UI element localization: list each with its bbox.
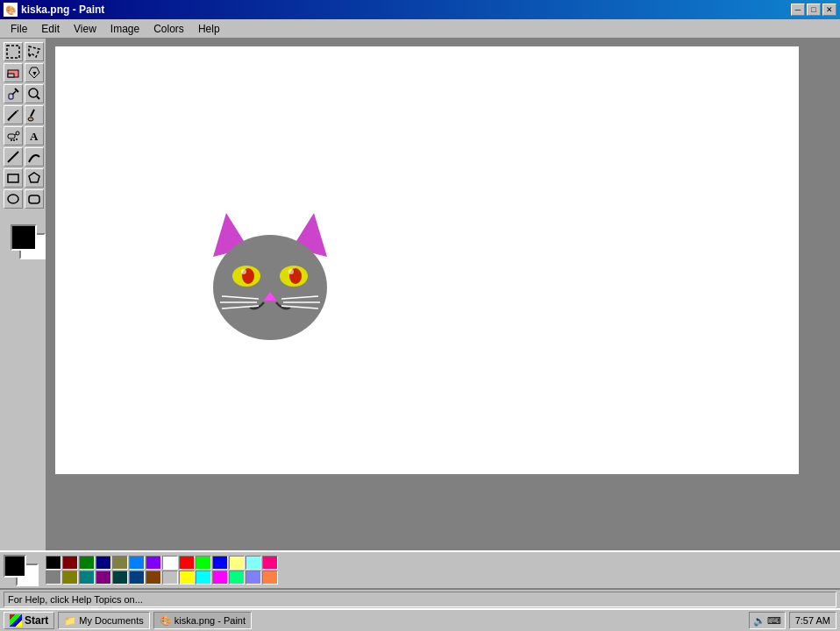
color-preview-area — [4, 217, 44, 256]
taskbar-right: 🔊 ⌨ 7:57 AM — [749, 612, 836, 629]
keyboard-icon: ⌨ — [767, 615, 781, 627]
swatch-4[interactable] — [79, 556, 95, 570]
svg-rect-0 — [7, 46, 19, 58]
tool-airbrush[interactable] — [4, 126, 23, 145]
status-text: For Help, click Help Topics on... — [4, 592, 836, 607]
swatches — [46, 556, 278, 585]
tool-line[interactable] — [4, 147, 23, 167]
status-bar: For Help, click Help Topics on... — [0, 589, 840, 608]
toolbar-foreground-color[interactable] — [11, 224, 37, 251]
taskbar: Start 📁 My Documents 🎨 kiska.png - Paint… — [0, 608, 840, 631]
menu-bar: File Edit View Image Colors Help — [0, 19, 840, 39]
svg-line-14 — [31, 110, 34, 117]
swatch-13[interactable] — [146, 571, 161, 585]
tool-magnify[interactable] — [25, 84, 44, 103]
color-palette-bar — [0, 550, 840, 589]
tool-fill[interactable]: ▼ — [25, 63, 44, 82]
swatch-2[interactable] — [62, 556, 78, 570]
svg-rect-27 — [29, 195, 39, 203]
swatch-19[interactable] — [196, 571, 211, 585]
swatch-26[interactable] — [262, 556, 278, 570]
tool-polygon[interactable] — [25, 168, 44, 188]
tool-select-free[interactable] — [25, 42, 44, 61]
svg-rect-16 — [8, 134, 15, 138]
cat-drawing — [196, 204, 345, 346]
swatch-8[interactable] — [112, 556, 128, 570]
swatch-17[interactable] — [179, 571, 195, 585]
paint-canvas[interactable] — [54, 46, 800, 475]
my-documents-label: My Documents — [79, 615, 143, 626]
swatch-11[interactable] — [129, 571, 145, 585]
tool-eraser[interactable] — [4, 63, 23, 82]
svg-text:▼: ▼ — [32, 70, 38, 76]
svg-point-26 — [8, 195, 18, 203]
swatch-7[interactable] — [96, 571, 111, 585]
palette-foreground-color[interactable] — [4, 555, 26, 578]
swatch-12[interactable] — [146, 556, 161, 570]
swatch-20[interactable] — [212, 556, 228, 570]
svg-line-23 — [8, 152, 18, 162]
paint-task-icon: 🎨 — [160, 615, 172, 627]
svg-text:A: A — [30, 130, 39, 143]
swatch-1[interactable] — [46, 571, 61, 585]
tool-eyedropper[interactable] — [4, 84, 23, 103]
swatch-22[interactable] — [229, 556, 245, 570]
swatch-6[interactable] — [96, 556, 111, 570]
swatch-25[interactable] — [246, 571, 261, 585]
svg-point-30 — [213, 235, 327, 340]
tool-rounded-rect[interactable] — [25, 189, 44, 209]
swatch-0[interactable] — [46, 556, 61, 570]
tool-text[interactable]: A — [25, 126, 44, 145]
taskbar-my-documents[interactable]: 📁 My Documents — [58, 612, 149, 629]
svg-line-8 — [12, 91, 16, 95]
system-tray: 🔊 ⌨ — [749, 612, 786, 629]
svg-rect-24 — [8, 174, 18, 182]
swatch-10[interactable] — [129, 556, 145, 570]
swatch-23[interactable] — [229, 571, 245, 585]
menu-help[interactable]: Help — [191, 21, 227, 37]
volume-icon: 🔊 — [753, 615, 765, 627]
tool-curve[interactable] — [25, 147, 44, 167]
swatch-27[interactable] — [262, 571, 278, 585]
my-documents-icon: 📁 — [64, 615, 76, 627]
canvas-container[interactable] — [47, 39, 840, 550]
svg-marker-1 — [29, 46, 39, 57]
menu-colors[interactable]: Colors — [146, 21, 191, 37]
taskbar-paint[interactable]: 🎨 kiska.png - Paint — [153, 612, 252, 629]
toolbar: ▼ A — [0, 39, 47, 550]
tool-rect[interactable] — [4, 168, 23, 188]
swatch-16[interactable] — [179, 556, 195, 570]
menu-file[interactable]: File — [4, 21, 34, 37]
tool-brush[interactable] — [25, 105, 44, 124]
swatch-14[interactable] — [162, 556, 178, 570]
title-bar: 🎨 kiska.png - Paint ─ □ ✕ — [0, 0, 840, 19]
svg-rect-3 — [8, 74, 14, 77]
menu-edit[interactable]: Edit — [34, 21, 67, 37]
tool-pencil[interactable] — [4, 105, 23, 124]
swatch-18[interactable] — [196, 556, 211, 570]
title-icon: 🎨 — [4, 3, 18, 17]
svg-point-15 — [28, 117, 33, 121]
maximize-button[interactable]: □ — [807, 4, 821, 16]
current-colors — [4, 555, 39, 586]
menu-view[interactable]: View — [67, 21, 103, 37]
svg-line-11 — [8, 111, 17, 120]
swatch-3[interactable] — [62, 571, 78, 585]
swatch-21[interactable] — [212, 571, 228, 585]
swatch-9[interactable] — [112, 571, 128, 585]
menu-image[interactable]: Image — [103, 21, 146, 37]
swatch-15[interactable] — [162, 571, 178, 585]
tool-ellipse[interactable] — [4, 189, 23, 209]
minimize-button[interactable]: ─ — [791, 4, 805, 16]
svg-point-9 — [29, 89, 38, 97]
tool-select-rect[interactable] — [4, 42, 23, 61]
start-button[interactable]: Start — [4, 612, 54, 629]
swatch-24[interactable] — [246, 556, 261, 570]
svg-point-35 — [241, 269, 246, 274]
title-text: kiska.png - Paint — [21, 4, 104, 16]
start-label: Start — [25, 614, 48, 627]
swatch-5[interactable] — [79, 571, 95, 585]
close-button[interactable]: ✕ — [822, 4, 836, 16]
svg-marker-25 — [29, 173, 39, 182]
svg-marker-12 — [17, 110, 18, 111]
